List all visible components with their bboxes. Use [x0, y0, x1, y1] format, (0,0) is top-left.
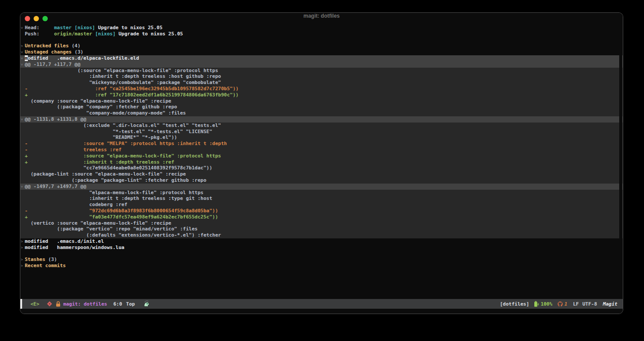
text-segment: Upgrade to nixos 25.05: [95, 25, 162, 31]
buffer-line[interactable]: + "fa03e477dfc57ea498ef9a624b2ec7bf655dc…: [20, 214, 623, 220]
text-segment: Stashes: [25, 257, 45, 262]
buffer-line[interactable]: :inherit t :depth treeless :host github …: [20, 73, 623, 80]
modeline-accent-bar: [20, 299, 22, 309]
buffer-line[interactable]: [20, 37, 623, 43]
buffer-line[interactable]: "cc7e9665d4eabe0a8e0251408392f9578c7b1da…: [20, 165, 623, 171]
modeline: <E> magit: dotfiles 6:0 Top [: [20, 299, 623, 309]
text-segment: :inherit t :depth treeless :type git :ho…: [25, 195, 212, 201]
buffer-line[interactable]: (:exclude ".dir-locals.el" "test.el" "te…: [20, 123, 623, 129]
buffer-line[interactable]: - :ref "ca2545be196ec32945b5db109578582d…: [20, 86, 623, 92]
text-segment: "cc7e9665d4eabe0a8e0251408392f9578c7b1da…: [25, 165, 212, 171]
close-button[interactable]: [25, 16, 30, 21]
minimize-button[interactable]: [34, 16, 39, 21]
text-segment: Upgrade to nixos 25.05: [115, 31, 183, 37]
project-badge: [dotfiles]: [500, 301, 529, 307]
titlebar[interactable]: magit: dotfiles: [20, 13, 623, 24]
cursor-position: 6:0: [113, 301, 122, 307]
text-segment: (:defaults "extensions/vertico-*.el") :f…: [25, 232, 221, 238]
buffer-line[interactable]: (:package "package-lint" :fetcher github…: [20, 177, 623, 184]
echo-area[interactable]: [20, 309, 623, 314]
encoding-indicator: UTF-8: [583, 301, 597, 307]
text-segment: :inherit t :depth treeless :host github …: [25, 73, 221, 79]
text-segment: Untracked files: [25, 43, 69, 49]
battery-group: 100%: [534, 301, 552, 307]
section-untracked-files[interactable]: ˃Untracked files (4): [20, 43, 623, 49]
buffer-line[interactable]: (:package "company" :fetcher github :rep…: [20, 104, 623, 110]
text-segment: @@ -1131,8 +1131,8 @@: [25, 116, 86, 122]
text-segment: - :source "MELPA" :protocol https :inher…: [25, 141, 227, 146]
buffer-line[interactable]: (:defaults "extensions/vertico-*.el") :f…: [20, 232, 623, 238]
scrollbar[interactable]: [619, 25, 622, 299]
window-title: magit: dotfiles: [20, 13, 623, 19]
text-segment: (:package "vertico" :repo "minad/vertico…: [25, 226, 198, 232]
buffer-line[interactable]: (:source "elpaca-menu-lock-file" :protoc…: [20, 68, 623, 74]
text-segment: (4): [69, 43, 80, 49]
buffer-line[interactable]: (company :source "elpaca-menu-lock-file"…: [20, 98, 623, 104]
zoom-button[interactable]: [42, 16, 48, 21]
modeline-buffer-name[interactable]: magit: dotfiles: [63, 301, 107, 307]
battery-icon: [534, 301, 539, 307]
major-mode-indicator[interactable]: Magit: [603, 301, 617, 307]
buffer-line[interactable]: [20, 250, 623, 257]
buffer-line[interactable]: - :source "MELPA" :protocol https :inher…: [20, 141, 623, 147]
section-unstaged-changes[interactable]: ˅Unstaged changes (3): [20, 49, 623, 55]
github-notification-count: 1: [564, 301, 567, 307]
buffer-line[interactable]: (vertico :source "elpaca-menu-lock-file"…: [20, 220, 623, 226]
buffer-line[interactable]: (package-lint :source "elpaca-menu-lock-…: [20, 171, 623, 177]
text-segment: (vertico :source "elpaca-menu-lock-file"…: [25, 220, 171, 226]
buffer-line[interactable]: "elpaca-menu-lock-file" :protocol https: [20, 190, 623, 196]
text-segment: (:source "elpaca-menu-lock-file" :protoc…: [25, 68, 218, 73]
modeline-right: [dotfiles] 100% 1: [500, 301, 623, 307]
scroll-position: Top: [126, 301, 135, 307]
buffer-line[interactable]: "mickeynp/combobulate" :package "combobu…: [20, 80, 623, 86]
buffer-line[interactable]: (:package "vertico" :repo "minad/vertico…: [20, 226, 623, 232]
buffer-line[interactable]: codeberg :ref: [20, 202, 623, 208]
text-segment: origin/master: [54, 31, 92, 37]
hunk-header[interactable]: ˅@@ -117,7 +117,7 @@: [20, 61, 623, 68]
text-segment: [nixos]: [95, 31, 115, 37]
github-icon: [557, 301, 563, 307]
text-segment: modified hammerspoon/windows.lua: [25, 245, 124, 250]
buffer-line[interactable]: "README*" "*-pkg.el")): [20, 134, 623, 141]
buffer-line[interactable]: "*-test.el" "*-tests.el" "LICENSE": [20, 129, 623, 135]
text-segment: (3): [72, 49, 84, 55]
text-segment: - "972dc69d6b8a3f8983f6b8000654f59c8a8d0…: [25, 208, 218, 214]
text-segment: @@ -1497,7 +1497,7 @@: [25, 184, 86, 189]
buffer-line[interactable]: + :inherit t :depth treeless :ref: [20, 159, 623, 165]
text-segment: [92, 31, 95, 37]
buffer-line[interactable]: :inherit t :depth treeless :type git :ho…: [20, 195, 623, 202]
hunk-header[interactable]: ˅@@ -1497,7 +1497,7 @@: [20, 184, 623, 190]
section-recent-commits[interactable]: ˃Recent commits: [20, 263, 623, 269]
text-segment: codeberg :ref: [25, 202, 127, 207]
chevron-right-icon[interactable]: ˃: [21, 263, 25, 269]
file-section-header[interactable]: ˃modified hammerspoon/windows.lua: [20, 245, 623, 251]
text-segment: modified .emacs.d/init.el: [25, 238, 104, 244]
file-section-header[interactable]: ˅modified .emacs.d/elpaca-lockfile.eld: [20, 55, 623, 61]
eol-indicator: LF: [573, 301, 579, 307]
text-segment: - :ref "ca2545be196ec32945b5db109578582d…: [25, 86, 238, 92]
buffer-line[interactable]: - treeless :ref: [20, 147, 623, 153]
text-segment: (:exclude ".dir-locals.el" "test.el" "te…: [25, 123, 221, 128]
buffer-line[interactable]: ˅Head: master [nixos] Upgrade to nixos 2…: [20, 25, 623, 31]
section-stashes[interactable]: ˃Stashes (3): [20, 257, 623, 263]
text-segment: + :source "elpaca-menu-lock-file" :proto…: [25, 153, 221, 159]
hunk-header[interactable]: ˅@@ -1131,8 +1131,8 @@: [20, 116, 623, 123]
text-segment: + :inherit t :depth treeless :ref: [25, 159, 174, 165]
github-group[interactable]: 1: [557, 301, 567, 307]
buffer-line[interactable]: + :ref "17c71802eed2df1a6b25199784806da6…: [20, 92, 623, 98]
alert-diamond-icon: [47, 301, 52, 306]
buffer-line[interactable]: - "972dc69d6b8a3f8983f6b8000654f59c8a8d0…: [20, 208, 623, 214]
buffer-line[interactable]: "company-mode/company-mode" :files: [20, 110, 623, 116]
text-segment: Unstaged changes: [25, 49, 72, 55]
evil-state-indicator: <E>: [31, 301, 39, 307]
text-segment: + :ref "17c71802eed2df1a6b25199784806da6…: [25, 92, 238, 98]
buffer-line[interactable]: + :source "elpaca-menu-lock-file" :proto…: [20, 153, 623, 159]
buffer-line[interactable]: Push: origin/master [nixos] Upgrade to n…: [20, 31, 623, 37]
buffer[interactable]: ˅Head: master [nixos] Upgrade to nixos 2…: [20, 25, 623, 269]
text-segment: "README*" "*-pkg.el")): [25, 134, 177, 140]
text-segment: Push:: [25, 31, 54, 37]
text-segment: odified .emacs.d/elpaca-lockfile.eld: [28, 55, 139, 61]
battery-percentage: 100%: [540, 301, 552, 307]
text-segment: (company :source "elpaca-menu-lock-file"…: [25, 98, 171, 104]
file-section-header[interactable]: ˃modified .emacs.d/init.el: [20, 238, 623, 245]
